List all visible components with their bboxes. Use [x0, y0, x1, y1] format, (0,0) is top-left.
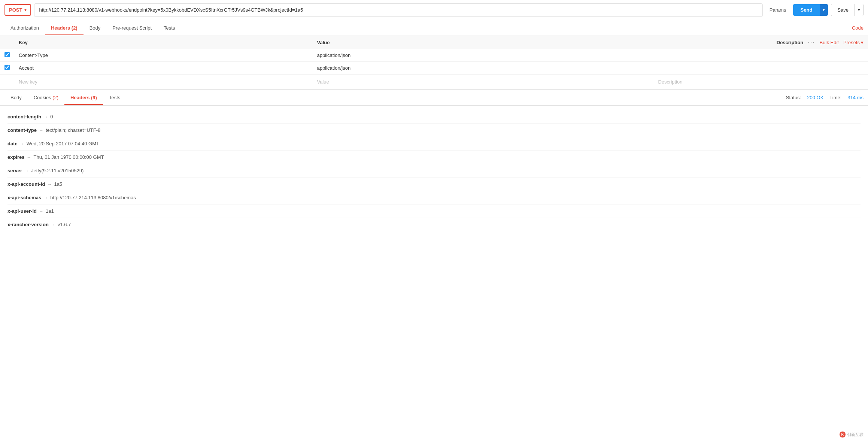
new-row-checkbox-cell: [0, 75, 14, 90]
desc-cell-0: [653, 49, 868, 62]
tab-body[interactable]: Body: [84, 21, 107, 35]
desc-col-header: Description ··· Bulk Edit Presets ▾: [653, 36, 868, 49]
new-key-input[interactable]: [19, 78, 308, 86]
resp-tab-headers-badge: (9): [91, 95, 97, 100]
resp-header-key-2: date: [7, 141, 18, 146]
resp-header-value-8: v1.6.7: [58, 222, 71, 227]
presets-button[interactable]: Presets ▾: [843, 40, 864, 45]
time-label: Time:: [829, 95, 841, 100]
new-value-cell: [313, 75, 654, 90]
more-options-button[interactable]: ···: [808, 39, 815, 46]
resp-header-key-1: content-type: [7, 127, 37, 133]
header-row-0: Content-Type application/json: [0, 49, 868, 62]
code-link[interactable]: Code: [852, 25, 864, 31]
headers-table: Key Value Description ··· Bulk Edit Pres…: [0, 36, 868, 90]
tab-headers-badge: (2): [72, 25, 78, 31]
response-meta: Status: 200 OK Time: 314 ms: [786, 95, 864, 100]
status-label: Status:: [786, 95, 801, 100]
checkbox-cell-1: [0, 62, 14, 75]
resp-header-value-5: 1a5: [54, 181, 62, 187]
arrow-icon-4: →: [24, 168, 29, 173]
presets-label: Presets: [843, 40, 860, 45]
resp-header-item-3: expires → Thu, 01 Jan 1970 00:00:00 GMT: [7, 151, 861, 164]
arrow-icon-5: →: [47, 182, 52, 187]
resp-header-item-5: x-api-account-id → 1a5: [7, 178, 861, 191]
resp-header-key-0: content-length: [7, 114, 41, 119]
method-dropdown[interactable]: POST ▾: [4, 4, 31, 16]
request-tabs: Authorization Headers (2) Body Pre-reque…: [0, 20, 868, 36]
params-button[interactable]: Params: [766, 5, 790, 15]
tab-authorization[interactable]: Authorization: [4, 21, 45, 35]
key-cell-0: Content-Type: [14, 49, 313, 62]
resp-header-item-7: x-api-user-id → 1a1: [7, 205, 861, 218]
send-dropdown-button[interactable]: ▾: [820, 4, 828, 16]
resp-header-key-5: x-api-account-id: [7, 181, 45, 187]
arrow-icon-6: →: [43, 195, 48, 200]
header-row-1: Accept application/json: [0, 62, 868, 75]
key-cell-1: Accept: [14, 62, 313, 75]
method-chevron: ▾: [24, 7, 27, 12]
arrow-icon-1: →: [39, 128, 43, 133]
resp-header-key-4: server: [7, 168, 22, 173]
checkbox-cell-0: [0, 49, 14, 62]
value-cell-0: application/json: [313, 49, 654, 62]
send-button[interactable]: Send: [793, 4, 820, 16]
value-col-header: Value: [313, 36, 654, 49]
description-col-label: Description: [777, 40, 804, 45]
url-input[interactable]: [34, 3, 762, 17]
resp-tab-headers-label: Headers: [70, 95, 91, 100]
save-dropdown-button[interactable]: ▾: [855, 4, 863, 16]
resp-tab-cookies-label: Cookies: [34, 95, 53, 100]
resp-header-item-1: content-type → text/plain; charset=UTF-8: [7, 124, 861, 137]
resp-tab-body[interactable]: Body: [4, 90, 28, 105]
resp-tab-headers[interactable]: Headers (9): [64, 90, 103, 105]
resp-header-item-0: content-length → 0: [7, 110, 861, 124]
resp-header-value-3: Thu, 01 Jan 1970 00:00:00 GMT: [34, 154, 104, 160]
resp-header-value-0: 0: [50, 114, 53, 119]
headers-section: Key Value Description ··· Bulk Edit Pres…: [0, 36, 868, 90]
send-button-group: Send ▾: [793, 4, 828, 16]
resp-tab-cookies[interactable]: Cookies (2): [28, 90, 64, 105]
resp-header-value-7: 1a1: [46, 208, 54, 214]
resp-header-item-4: server → Jetty(9.2.11.v20150529): [7, 164, 861, 178]
desc-cell-1: [653, 62, 868, 75]
arrow-icon-2: →: [20, 141, 24, 146]
resp-header-key-6: x-api-schemas: [7, 195, 41, 200]
save-button[interactable]: Save: [831, 4, 855, 16]
save-button-group: Save ▾: [831, 4, 864, 16]
resp-header-item-2: date → Wed, 20 Sep 2017 07:04:40 GMT: [7, 137, 861, 151]
arrow-icon-8: →: [51, 222, 55, 227]
tab-pre-request[interactable]: Pre-request Script: [106, 21, 158, 35]
top-bar: POST ▾ Params Send ▾ Save ▾: [0, 0, 868, 20]
method-label: POST: [9, 7, 22, 13]
bulk-edit-button[interactable]: Bulk Edit: [820, 40, 839, 45]
row-checkbox-0[interactable]: [4, 52, 10, 57]
key-col-header: Key: [14, 36, 313, 49]
resp-header-key-7: x-api-user-id: [7, 208, 37, 214]
resp-tab-cookies-badge: (2): [52, 95, 58, 100]
resp-tab-tests[interactable]: Tests: [103, 90, 126, 105]
tab-tests[interactable]: Tests: [158, 21, 181, 35]
resp-header-key-8: x-rancher-version: [7, 222, 49, 227]
tab-headers-label: Headers: [51, 25, 72, 31]
checkbox-col-header: [0, 36, 14, 49]
resp-header-value-6: http://120.77.214.113:8080/v1/schemas: [50, 195, 136, 200]
presets-chevron-icon: ▾: [861, 40, 864, 45]
arrow-icon-7: →: [39, 209, 43, 214]
time-value: 314 ms: [847, 95, 864, 100]
new-description-input[interactable]: [658, 78, 864, 86]
new-desc-cell: [653, 75, 868, 90]
resp-header-key-3: expires: [7, 154, 25, 160]
arrow-icon-3: →: [27, 155, 31, 160]
resp-header-value-2: Wed, 20 Sep 2017 07:04:40 GMT: [27, 141, 99, 146]
response-tabs: Body Cookies (2) Headers (9) Tests Statu…: [0, 90, 868, 106]
status-value: 200 OK: [807, 95, 823, 100]
resp-header-item-8: x-rancher-version → v1.6.7: [7, 218, 861, 231]
value-cell-1: application/json: [313, 62, 654, 75]
resp-header-value-1: text/plain; charset=UTF-8: [46, 127, 100, 133]
tab-headers[interactable]: Headers (2): [45, 21, 84, 35]
new-value-input[interactable]: [317, 78, 649, 86]
resp-header-item-6: x-api-schemas → http://120.77.214.113:80…: [7, 191, 861, 205]
response-headers-list: content-length → 0 content-type → text/p…: [0, 106, 868, 236]
row-checkbox-1[interactable]: [4, 65, 10, 70]
